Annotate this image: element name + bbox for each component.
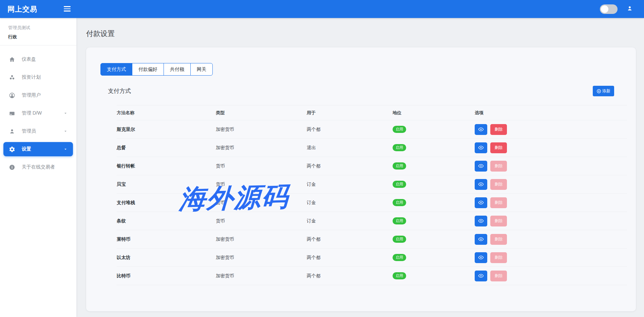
table-header-row: 方法名称类型用于地位选项	[117, 105, 627, 120]
sidebar-item-person[interactable]: 管理员	[3, 124, 73, 138]
method-status-cell: 启用	[393, 157, 475, 175]
status-badge: 启用	[393, 217, 406, 224]
method-status-cell: 启用	[393, 120, 475, 139]
sidebar-item-investment-plans[interactable]: 投资计划	[3, 70, 73, 84]
delete-button: 删除	[490, 216, 507, 226]
view-button[interactable]	[475, 271, 487, 281]
payment-methods-table-wrap: 方法名称类型用于地位选项 斯克里尔 加密货币 两个都 启用 删除 总督 加密货币…	[117, 105, 627, 285]
method-options-cell: 删除	[475, 212, 627, 230]
method-type-cell: 货币	[216, 157, 307, 175]
eye-icon	[478, 218, 484, 224]
home-icon	[8, 56, 15, 63]
method-used-for-cell: 两个都	[307, 120, 393, 139]
delete-button[interactable]: 删除	[490, 142, 507, 153]
theme-toggle[interactable]	[600, 4, 618, 14]
method-used-for-cell: 订金	[307, 212, 393, 230]
method-name-cell: 总督	[117, 139, 216, 157]
sidebar-item-card[interactable]: 管理 D/W	[3, 106, 73, 120]
delete-button: 删除	[490, 252, 507, 263]
delete-button: 删除	[490, 271, 507, 281]
profile-username: 管理员测试	[8, 25, 68, 31]
plus-circle-icon	[596, 89, 601, 94]
delete-button[interactable]: 删除	[490, 124, 507, 135]
chevron-down-icon	[63, 111, 68, 116]
method-type-cell: 加密货币	[216, 120, 307, 139]
eye-icon	[478, 181, 484, 187]
sidebar-toggle-button[interactable]	[64, 5, 71, 13]
view-button[interactable]	[475, 179, 487, 190]
status-badge: 启用	[393, 199, 406, 206]
method-type-cell: 加密货币	[216, 267, 307, 285]
chevron-down-icon	[63, 147, 68, 152]
table-row: 莱特币 加密货币 两个都 启用 删除	[117, 230, 627, 249]
user-icon	[626, 5, 633, 13]
table-row: 总督 加密货币 退出 启用 删除	[117, 139, 627, 157]
table-row: 银行转帐 货币 两个都 启用 删除	[117, 157, 627, 175]
method-name-cell: 银行转帐	[117, 157, 216, 175]
view-button[interactable]	[475, 142, 487, 153]
method-type-cell: 货币	[216, 212, 307, 230]
add-new-button[interactable]: 添新	[593, 86, 614, 96]
table-row: 比特币 加密货币 两个都 启用 删除	[117, 267, 627, 285]
tab-2[interactable]: 共付额	[164, 63, 191, 76]
table-row: 斯克里尔 加密货币 两个都 启用 删除	[117, 120, 627, 139]
user-menu-button[interactable]	[626, 5, 633, 13]
tab-1[interactable]: 付款偏好	[132, 63, 164, 76]
view-button[interactable]	[475, 252, 487, 263]
method-used-for-cell: 订金	[307, 175, 393, 194]
column-header: 地位	[393, 105, 475, 120]
table-row: 支付堆栈 货币 订金 启用 删除	[117, 194, 627, 212]
table-row: 条纹 货币 订金 启用 删除	[117, 212, 627, 230]
status-badge: 启用	[393, 236, 406, 243]
method-status-cell: 启用	[393, 139, 475, 157]
profile-role: 行政	[8, 34, 68, 40]
eye-icon	[478, 126, 484, 132]
method-used-for-cell: 两个都	[307, 230, 393, 249]
eye-icon	[478, 236, 484, 242]
view-button[interactable]	[475, 197, 487, 208]
section-title: 支付方式	[108, 87, 131, 95]
sidebar-item-home[interactable]: 仪表盘	[3, 52, 73, 66]
status-badge: 启用	[393, 162, 406, 170]
tab-3[interactable]: 网关	[190, 63, 213, 76]
sidebar-item-user-circle[interactable]: 管理用户	[3, 88, 73, 102]
method-type-cell: 加密货币	[216, 230, 307, 249]
user-circle-icon	[8, 92, 15, 99]
method-options-cell: 删除	[475, 194, 627, 212]
view-button[interactable]	[475, 216, 487, 226]
method-used-for-cell: 两个都	[307, 249, 393, 267]
method-status-cell: 启用	[393, 230, 475, 249]
method-status-cell: 启用	[393, 212, 475, 230]
status-badge: 启用	[393, 254, 406, 261]
method-used-for-cell: 退出	[307, 139, 393, 157]
tab-0[interactable]: 支付方式	[100, 63, 132, 76]
add-new-label: 添新	[602, 88, 610, 94]
method-used-for-cell: 两个都	[307, 267, 393, 285]
column-header: 选项	[475, 105, 627, 120]
method-name-cell: 贝宝	[117, 175, 216, 194]
method-type-cell: 加密货币	[216, 249, 307, 267]
sidebar-item-info[interactable]: 关于在线交易者	[3, 160, 73, 174]
method-type-cell: 货币	[216, 194, 307, 212]
method-name-cell: 比特币	[117, 267, 216, 285]
top-navbar: 网上交易	[0, 0, 644, 18]
section-header: 支付方式 添新	[100, 86, 628, 96]
column-header: 用于	[307, 105, 393, 120]
view-button[interactable]	[475, 161, 487, 172]
eye-icon	[478, 273, 484, 279]
sidebar-item-gear[interactable]: 设置	[3, 142, 73, 156]
navbar-right	[600, 4, 644, 14]
view-button[interactable]	[475, 124, 487, 135]
view-button[interactable]	[475, 234, 487, 245]
chevron-down-icon	[63, 129, 68, 134]
status-badge: 启用	[393, 181, 406, 188]
method-options-cell: 删除	[475, 175, 627, 194]
eye-icon	[478, 200, 484, 205]
method-options-cell: 删除	[475, 139, 627, 157]
method-options-cell: 删除	[475, 249, 627, 267]
sidebar-item-label: 投资计划	[22, 74, 41, 80]
method-type-cell: 货币	[216, 175, 307, 194]
sidebar-item-label: 仪表盘	[22, 56, 36, 62]
person-icon	[8, 128, 15, 135]
method-name-cell: 以太坊	[117, 249, 216, 267]
